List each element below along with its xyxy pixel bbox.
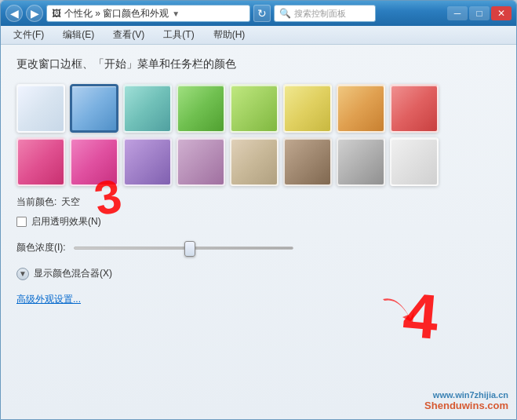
- swatch-tan[interactable]: [230, 137, 279, 186]
- swatch-teal[interactable]: [123, 84, 172, 133]
- menu-help-label: 帮助(H): [213, 29, 246, 40]
- current-color-row: 当前颜色: 天空: [16, 195, 501, 209]
- swatch-lightgray[interactable]: [390, 137, 439, 186]
- swatch-green[interactable]: [177, 84, 225, 133]
- close-button[interactable]: ✕: [491, 6, 512, 20]
- intensity-slider-track[interactable]: [74, 247, 293, 250]
- menubar: 文件(F) 编辑(E) 查看(V) 工具(T) 帮助(H): [1, 26, 516, 45]
- swatch-orange[interactable]: [337, 84, 385, 133]
- swatch-brown[interactable]: [283, 137, 332, 186]
- transparent-checkbox[interactable]: [16, 217, 27, 227]
- swatch-yellow[interactable]: [283, 84, 332, 133]
- swatch-white[interactable]: [16, 84, 65, 133]
- menu-file-label: 文件(F): [13, 29, 44, 40]
- watermark: www.win7zhijia.cn Shenduwins.com: [424, 390, 508, 411]
- swatch-lavender[interactable]: [123, 137, 172, 186]
- transparent-row: 启用透明效果(N): [16, 215, 501, 228]
- swatch-gray[interactable]: [337, 137, 385, 186]
- search-icon: 🔍: [279, 8, 291, 19]
- menu-file[interactable]: 文件(F): [7, 27, 50, 43]
- menu-help[interactable]: 帮助(H): [207, 27, 252, 43]
- color-swatches-grid: [16, 84, 501, 186]
- menu-edit[interactable]: 编辑(E): [56, 27, 100, 43]
- page-title: 更改窗口边框、「开始」菜单和任务栏的颜色: [16, 57, 501, 71]
- menu-view-label: 查看(V): [113, 29, 144, 40]
- advanced-link[interactable]: 高级外观设置...: [16, 293, 501, 306]
- current-color-value: 天空: [61, 195, 80, 209]
- breadcrumb-text: 个性化 » 窗口颜色和外观: [64, 7, 169, 20]
- color-mixer-row[interactable]: ▼ 显示颜色混合器(X): [16, 267, 501, 280]
- back-button[interactable]: ◀: [5, 5, 23, 22]
- intensity-slider-thumb[interactable]: [184, 241, 195, 257]
- breadcrumb: 🖼 个性化 » 窗口颜色和外观 ▼: [46, 5, 250, 22]
- annotation-4: 4: [400, 279, 441, 354]
- breadcrumb-icon: 🖼: [52, 8, 61, 19]
- refresh-button[interactable]: ↻: [253, 5, 271, 22]
- watermark-line2: Shenduwins.com: [424, 400, 508, 411]
- transparent-label: 启用透明效果(N): [31, 215, 101, 228]
- search-bar[interactable]: 🔍 搜索控制面板: [274, 5, 376, 22]
- titlebar-left: ◀ ▶ 🖼 个性化 » 窗口颜色和外观 ▼ ↻ 🔍 搜索控制面板: [5, 5, 376, 22]
- current-color-label: 当前颜色:: [16, 195, 56, 209]
- content-area: 更改窗口边框、「开始」菜单和任务栏的颜色 当前颜色: 天空: [1, 45, 516, 419]
- swatch-lime[interactable]: [230, 84, 279, 133]
- swatch-hotpink[interactable]: [70, 137, 118, 186]
- menu-edit-label: 编辑(E): [63, 29, 94, 40]
- window-controls: ─ □ ✕: [447, 6, 512, 20]
- minimize-button[interactable]: ─: [447, 6, 468, 20]
- menu-view[interactable]: 查看(V): [107, 27, 151, 43]
- mixer-expand-button[interactable]: ▼: [16, 268, 29, 280]
- forward-button[interactable]: ▶: [26, 5, 43, 22]
- main-window: ◀ ▶ 🖼 个性化 » 窗口颜色和外观 ▼ ↻ 🔍 搜索控制面板 ─ □ ✕ 文…: [0, 0, 517, 420]
- intensity-row: 颜色浓度(I):: [16, 241, 501, 254]
- menu-tools[interactable]: 工具(T): [157, 27, 200, 43]
- swatch-blue[interactable]: [70, 84, 118, 133]
- mixer-label: 显示颜色混合器(X): [34, 267, 112, 280]
- titlebar: ◀ ▶ 🖼 个性化 » 窗口颜色和外观 ▼ ↻ 🔍 搜索控制面板 ─ □ ✕: [1, 1, 516, 26]
- swatch-red[interactable]: [390, 84, 439, 133]
- swatch-mauve[interactable]: [177, 137, 225, 186]
- menu-tools-label: 工具(T): [163, 29, 194, 40]
- breadcrumb-dropdown[interactable]: ▼: [172, 9, 180, 18]
- maximize-button[interactable]: □: [469, 6, 490, 20]
- swatch-pink[interactable]: [16, 137, 65, 186]
- watermark-line1: www.win7zhijia.cn: [424, 390, 508, 400]
- intensity-label: 颜色浓度(I):: [16, 241, 66, 254]
- search-placeholder: 搜索控制面板: [294, 8, 346, 20]
